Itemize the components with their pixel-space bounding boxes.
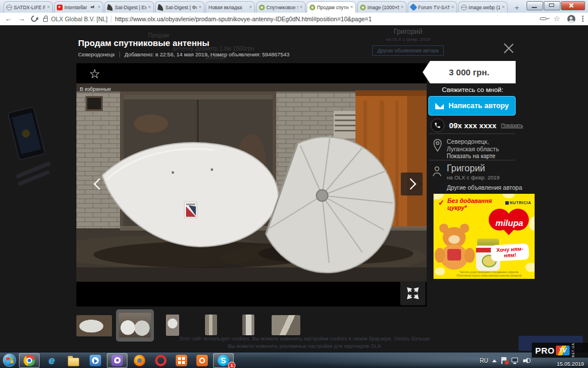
taskbar-skype-button[interactable]: S 1 — [213, 353, 234, 368]
tab-label: SATDX-LIFE Fo — [14, 5, 45, 10]
taskbar-viber-button[interactable] — [107, 353, 127, 368]
thumbnail-3[interactable] — [166, 315, 179, 336]
listing-photo[interactable] — [76, 83, 427, 282]
tab-close-icon[interactable]: × — [350, 5, 353, 10]
previous-photo-button[interactable] — [87, 172, 109, 195]
thumbnail-2-selected[interactable] — [119, 313, 151, 338]
tab-close-icon[interactable]: × — [451, 5, 454, 10]
taskbar-media-player-button[interactable] — [85, 353, 106, 368]
show-phone-link[interactable]: Показать — [501, 122, 523, 128]
taskbar-explorer-button[interactable] — [63, 353, 84, 368]
action-center-flag-icon[interactable] — [501, 357, 508, 364]
windows-flag-icon — [6, 356, 13, 363]
system-tray: RU — [480, 352, 531, 368]
tab-olx-listing-active[interactable]: Продам спутн × — [307, 1, 356, 13]
tab-close-icon[interactable]: × — [502, 5, 505, 10]
password-key-icon[interactable] — [540, 17, 547, 20]
location-pin-icon — [432, 138, 443, 153]
seller-other-ads-link[interactable]: Другие объявления автора — [447, 184, 522, 191]
chevron-left-icon — [94, 178, 105, 190]
globe-favicon — [461, 5, 467, 10]
message-author-button[interactable]: Написать автору — [428, 96, 516, 116]
tab-close-icon[interactable]: × — [47, 5, 50, 10]
tab-olx-search[interactable]: Спутниковое т × — [256, 1, 305, 13]
bookmark-star-icon[interactable]: ☆ — [554, 16, 560, 22]
browser-toolbar: ← → OLX Global B.V. [NL] https://www.olx… — [0, 13, 588, 25]
browser-menu-icon[interactable] — [582, 16, 584, 22]
fullscreen-button[interactable] — [400, 281, 425, 305]
tab-image-webp[interactable]: image.webp (1 × — [458, 1, 508, 13]
profile-avatar-icon[interactable] — [567, 15, 575, 23]
taskbar-date[interactable]: 15.05.2019 — [556, 361, 584, 367]
divider — [429, 133, 515, 134]
thumbnail-4[interactable] — [205, 315, 217, 335]
tab-image[interactable]: image (1000×5 × — [357, 1, 407, 13]
folder-icon — [68, 358, 79, 366]
tab-close-icon[interactable]: × — [249, 5, 252, 10]
seller-name[interactable]: Григорий — [447, 163, 485, 174]
orange-app-icon — [176, 355, 187, 366]
listing-meta: Северодонецк Добавлено: в 22:56, 14 мая … — [78, 51, 289, 57]
tab-satdigest-1[interactable]: Sat-Digest | Ex × — [105, 1, 154, 13]
taskbar-chrome-button[interactable] — [19, 353, 40, 368]
url-text[interactable]: https://www.olx.ua/obyavlenie/prodam-spu… — [115, 16, 534, 22]
tab-close-icon[interactable]: × — [148, 5, 151, 10]
dish-favicon — [107, 4, 114, 11]
certificate-label[interactable]: OLX Global B.V. [NL] — [51, 16, 107, 22]
taskbar-ie-button[interactable]: e — [41, 353, 62, 368]
tab-audio-icon[interactable] — [91, 5, 96, 9]
thumbnail-1[interactable] — [76, 315, 112, 336]
tab-label: Продам спутн — [317, 5, 349, 10]
taskbar-app-orange1-button[interactable] — [171, 353, 192, 368]
teddy-bear-illustration — [435, 224, 475, 273]
seller-person-icon — [432, 166, 442, 177]
volume-icon[interactable] — [523, 357, 531, 364]
tab-forum-tvsat[interactable]: Forum TV-SAT × — [408, 1, 457, 13]
show-on-map-link[interactable]: Показать на карте — [447, 153, 496, 159]
taskbar-firefox-button[interactable] — [129, 353, 150, 368]
start-button[interactable] — [3, 354, 16, 367]
hidden-icons-chevron[interactable] — [492, 359, 497, 362]
taskbar-app-orange2-button[interactable] — [192, 353, 212, 368]
tab-newtab[interactable]: Новая вкладка × — [206, 1, 255, 13]
back-button[interactable]: ← — [5, 15, 12, 22]
tab-satdigest-2[interactable]: Sat-Digest | Фо × — [155, 1, 204, 13]
tab-satdx[interactable]: SATDX-LIFE Fo × — [3, 1, 53, 13]
address-bar[interactable]: OLX Global B.V. [NL] https://www.olx.ua/… — [43, 14, 534, 24]
tab-label: Sat-Digest | Фо — [165, 5, 197, 10]
divider — [429, 160, 515, 160]
taskbar-opera-button[interactable] — [150, 353, 171, 368]
tab-close-icon[interactable]: × — [98, 5, 100, 10]
ad-decor — [525, 263, 535, 272]
thumbnail-5[interactable] — [242, 315, 254, 335]
olx-favicon — [360, 5, 366, 10]
phone-number: 09x xxx xxxx — [449, 121, 497, 130]
ad-cta-button[interactable]: Хочу ням-ням! — [490, 243, 529, 261]
tab-close-icon[interactable]: × — [300, 5, 303, 10]
tab-interstellar[interactable]: Interstellar × — [54, 1, 103, 13]
reload-button[interactable] — [30, 14, 38, 23]
maximize-button[interactable] — [544, 1, 560, 10]
new-tab-button[interactable]: + — [510, 2, 524, 13]
minimize-button[interactable] — [527, 1, 543, 10]
watermark-tv-logo: TV — [556, 346, 570, 355]
phone-row: 09x xxx xxxx Показать — [431, 118, 523, 132]
forward-button[interactable]: → — [18, 15, 25, 22]
thumbnail-6[interactable] — [272, 315, 300, 335]
listing-title: Продам спутниковые антенны — [78, 38, 210, 48]
network-icon[interactable] — [512, 358, 519, 364]
tab-close-icon[interactable]: × — [199, 5, 202, 10]
chrome-icon — [24, 355, 35, 366]
media-player-icon — [90, 355, 101, 366]
firefox-icon — [134, 355, 145, 366]
browser-tab-strip: SATDX-LIFE Fo × Interstellar × Sat-Diges… — [0, 0, 588, 13]
favorite-star-icon[interactable]: ☆ — [89, 68, 100, 80]
next-photo-button[interactable] — [401, 172, 423, 195]
fullscreen-arrows-icon — [407, 287, 419, 300]
internet-explorer-icon: e — [46, 355, 57, 366]
close-window-button[interactable] — [561, 1, 585, 10]
milupa-ad-banner[interactable]: ✓ Без додавання цукру* NUTRICIA milupa Х… — [434, 194, 535, 279]
language-indicator[interactable]: RU — [480, 358, 488, 364]
close-lightbox-button[interactable] — [502, 41, 516, 55]
tab-close-icon[interactable]: × — [401, 5, 404, 10]
